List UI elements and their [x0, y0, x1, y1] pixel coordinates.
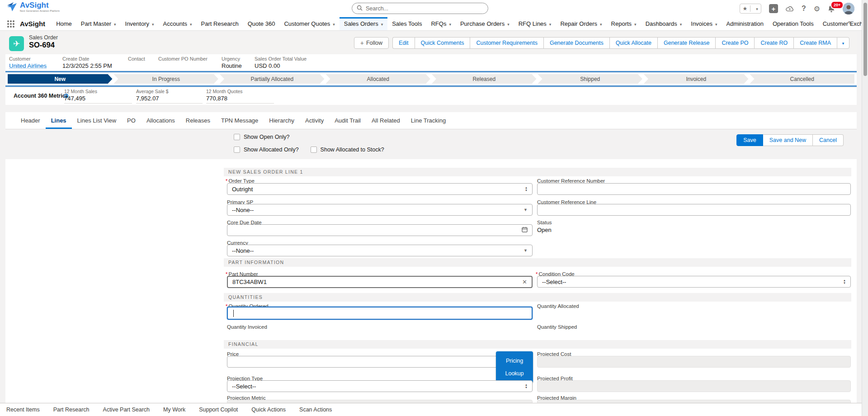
- follow-button[interactable]: + Follow: [354, 37, 389, 49]
- notifications-bell-icon[interactable]: 20+: [828, 5, 835, 13]
- edit-nav-pencil-icon[interactable]: ✎: [848, 20, 853, 27]
- create-po-button[interactable]: Create PO: [715, 37, 754, 49]
- favorites-dropdown-button[interactable]: [750, 5, 761, 12]
- checkbox-box[interactable]: [311, 147, 317, 153]
- generate-documents-button[interactable]: Generate Documents: [543, 37, 609, 49]
- utility-item-quick-actions[interactable]: Quick Actions: [251, 407, 286, 413]
- quantity-ordered-input[interactable]: [227, 307, 533, 320]
- header-field-label: Urgency: [222, 56, 255, 61]
- customer-reference-line-input[interactable]: [537, 204, 851, 216]
- path-stage-in-progress[interactable]: In Progress: [114, 74, 219, 84]
- quick-comments-button[interactable]: Quick Comments: [415, 37, 470, 49]
- nav-item-part-research[interactable]: Part Research: [197, 17, 243, 30]
- user-avatar[interactable]: [843, 3, 854, 14]
- primary-sp-combobox[interactable]: --None-- ▼: [227, 204, 533, 216]
- checkbox-box[interactable]: [234, 147, 240, 153]
- tab-lines-list-view[interactable]: Lines List View: [72, 112, 122, 129]
- path-stage-partially-allocated[interactable]: Partially Allocated: [220, 74, 325, 84]
- nav-item-dashboards[interactable]: Dashboards: [641, 17, 687, 30]
- order-type-select[interactable]: Outright ▲▼: [227, 183, 533, 195]
- path-stage-cancelled[interactable]: Cancelled: [750, 74, 855, 84]
- utility-item-part-research[interactable]: Part Research: [53, 407, 90, 413]
- tab-releases[interactable]: Releases: [180, 112, 216, 129]
- nav-item-accounts[interactable]: Accounts: [159, 17, 197, 30]
- tab-tpn-message[interactable]: TPN Message: [216, 112, 264, 129]
- vertical-scrollbar[interactable]: [862, 0, 868, 416]
- save-button[interactable]: Save: [736, 134, 763, 146]
- checkbox-show-open-only[interactable]: Show Open Only?: [234, 134, 289, 140]
- utility-item-support-copilot[interactable]: Support Copilot: [199, 407, 238, 413]
- checkbox-show-allocated-only[interactable]: Show Allocated Only?: [234, 147, 299, 153]
- nav-item-part-master[interactable]: Part Master: [76, 17, 121, 30]
- nav-item-rfq-lines[interactable]: RFQ Lines: [514, 17, 556, 30]
- utility-item-recent-items[interactable]: Recent Items: [6, 407, 40, 413]
- setup-gear-icon[interactable]: ⚙: [814, 5, 820, 13]
- projection-type-select[interactable]: --Select-- ▲▼: [227, 380, 533, 392]
- nav-item-quote-360[interactable]: Quote 360: [243, 17, 280, 30]
- price-input[interactable]: [227, 356, 533, 368]
- nav-item-home[interactable]: Home: [52, 17, 76, 30]
- nav-item-label: Administration: [726, 20, 764, 27]
- tab-header[interactable]: Header: [15, 112, 46, 129]
- nav-item-purchase-orders[interactable]: Purchase Orders: [456, 17, 514, 30]
- tab-hierarchy[interactable]: Hierarchy: [264, 112, 300, 129]
- part-number-input[interactable]: 8TC34ABW1 ✕: [227, 276, 533, 288]
- projected-margin-readonly: [537, 400, 851, 403]
- path-stage-released[interactable]: Released: [432, 74, 537, 84]
- tab-lines[interactable]: Lines: [46, 112, 72, 129]
- create-ro-button[interactable]: Create RO: [754, 37, 793, 49]
- global-actions-button[interactable]: +: [769, 4, 778, 13]
- customer-requirements-button[interactable]: Customer Requirements: [470, 37, 543, 49]
- tab-audit-trail[interactable]: Audit Trail: [329, 112, 366, 129]
- nav-item-sales-tools[interactable]: Sales Tools: [387, 17, 426, 30]
- edit-button[interactable]: Edit: [392, 37, 415, 49]
- nav-item-administration[interactable]: Administration: [722, 17, 768, 30]
- generate-release-button[interactable]: Generate Release: [657, 37, 715, 49]
- scrollbar-thumb[interactable]: [863, 3, 867, 76]
- cancel-button[interactable]: Cancel: [813, 134, 844, 146]
- nav-item-sales-orders[interactable]: Sales Orders: [340, 17, 387, 30]
- tab-activity[interactable]: Activity: [300, 112, 329, 129]
- path-stage-allocated[interactable]: Allocated: [326, 74, 431, 84]
- path-stage-new[interactable]: New: [8, 74, 113, 84]
- calendar-icon[interactable]: [522, 227, 528, 234]
- utility-item-active-part-search[interactable]: Active Part Search: [103, 407, 150, 413]
- checkbox-show-allocated-to-stock[interactable]: Show Allocated to Stock?: [311, 147, 384, 153]
- tab-po[interactable]: PO: [122, 112, 141, 129]
- nav-item-customer-exchange-summaries[interactable]: Customer Exchange Summaries: [818, 17, 868, 30]
- condition-code-select[interactable]: --Select-- ▲▼: [537, 276, 851, 288]
- create-rma-button[interactable]: Create RMA: [793, 37, 837, 49]
- nav-item-customer-quotes[interactable]: Customer Quotes: [279, 17, 339, 30]
- clear-part-number-icon[interactable]: ✕: [522, 279, 527, 285]
- utility-item-scan-actions[interactable]: Scan Actions: [299, 407, 332, 413]
- header-field-value[interactable]: United Airlines: [9, 62, 63, 69]
- save-and-new-button[interactable]: Save and New: [763, 134, 813, 146]
- nav-item-rfqs[interactable]: RFQs: [426, 17, 455, 30]
- core-due-date-input[interactable]: [227, 224, 533, 236]
- stepper-icon: ▲▼: [525, 186, 528, 192]
- more-actions-dropdown-button[interactable]: [837, 37, 849, 49]
- currency-combobox[interactable]: --None-- ▼: [227, 245, 533, 256]
- global-search-input[interactable]: Search...: [352, 3, 488, 14]
- tab-all-related[interactable]: All Related: [366, 112, 406, 129]
- record-action-buttons: EditQuick CommentsCustomer RequirementsG…: [392, 37, 837, 49]
- checkbox-box[interactable]: [234, 134, 240, 140]
- nav-item-invoices[interactable]: Invoices: [686, 17, 722, 30]
- star-icon[interactable]: ★: [740, 5, 750, 12]
- tab-allocations[interactable]: Allocations: [141, 112, 180, 129]
- guidance-center-icon[interactable]: [786, 5, 794, 12]
- nav-item-operation-tools[interactable]: Operation Tools: [768, 17, 818, 30]
- nav-item-reports[interactable]: Reports: [607, 17, 641, 30]
- nav-item-repair-orders[interactable]: Repair Orders: [556, 17, 606, 30]
- utility-item-my-work[interactable]: My Work: [163, 407, 185, 413]
- nav-item-inventory[interactable]: Inventory: [121, 17, 159, 30]
- path-stage-shipped[interactable]: Shipped: [538, 74, 643, 84]
- pricing-lookup-button[interactable]: Pricing Lookup: [496, 351, 533, 383]
- customer-reference-number-input[interactable]: [537, 183, 851, 195]
- help-icon[interactable]: ?: [802, 5, 806, 13]
- tab-line-tracking[interactable]: Line Tracking: [406, 112, 451, 129]
- favorites-button[interactable]: ★: [740, 4, 761, 14]
- quick-allocate-button[interactable]: Quick Allocate: [609, 37, 657, 49]
- path-stage-invoiced[interactable]: Invoiced: [644, 74, 749, 84]
- app-launcher-icon[interactable]: [7, 20, 14, 28]
